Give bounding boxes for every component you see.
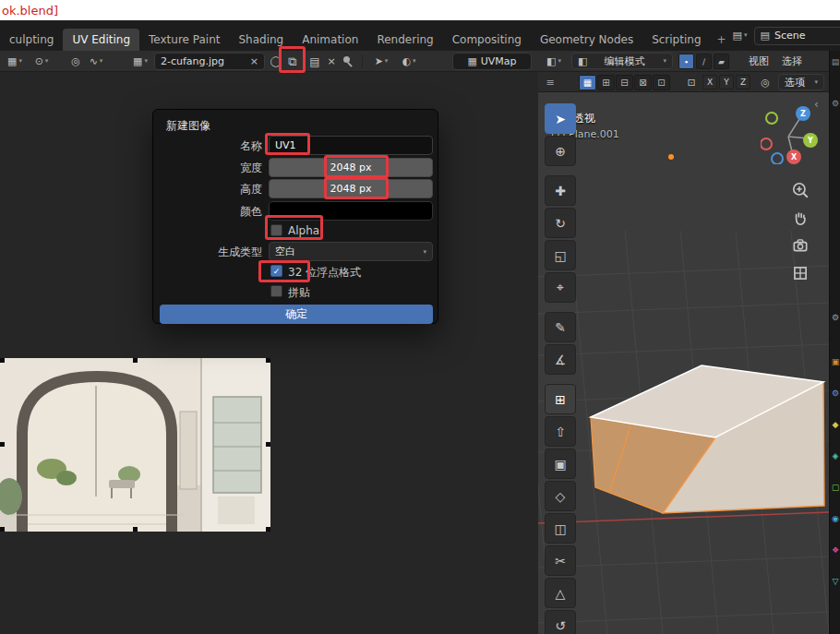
menu-select[interactable]: 选择 (782, 54, 802, 68)
tab-shading[interactable]: Shading (229, 29, 293, 51)
generated-type-dropdown[interactable]: 空白 ▾ (269, 242, 433, 261)
pan-hand-icon[interactable] (791, 209, 810, 227)
tool-move[interactable]: ✚ (545, 175, 576, 206)
mirror-x-button[interactable]: X (702, 75, 717, 90)
snap-icon[interactable]: ⊡ (684, 74, 699, 90)
gizmos-button[interactable]: ➤ ▾ (369, 53, 393, 70)
scene-3d[interactable] (538, 92, 829, 634)
color-swatch[interactable] (269, 201, 433, 221)
props-tab-icon[interactable]: ⚙ (831, 314, 840, 322)
camera-view-icon[interactable] (791, 236, 810, 255)
proportional-icon[interactable]: ◎ (758, 74, 773, 90)
props-tab-icon[interactable]: ⚙ (831, 389, 840, 398)
tool-annotate[interactable]: ✎ (545, 312, 576, 342)
zoom-icon[interactable] (791, 181, 810, 199)
image-name-field[interactable]: 2-cufang.jpg × (154, 53, 265, 70)
uvmap-selector[interactable]: ▦ UVMap (452, 53, 532, 70)
loop-cut-icon: ◫ (554, 521, 566, 536)
mode-selector[interactable]: ◧ 编辑模式 ▾ (571, 53, 673, 69)
editor-type-button[interactable]: ◧ ▾ (542, 53, 566, 69)
props-tab-icon[interactable]: ▢ (831, 484, 840, 492)
tab-texture-paint[interactable]: Texture Paint (139, 29, 229, 51)
props-tab-icon[interactable]: ▤ (831, 58, 840, 66)
proportional-editing-button[interactable]: ◎ (68, 53, 83, 70)
tool-extrude-region[interactable]: ⇧ (545, 416, 576, 447)
pin-icon (343, 56, 354, 66)
props-tab-icon[interactable]: ◉ (831, 515, 840, 523)
axis-z-label: Z (800, 110, 806, 118)
props-tab-icon[interactable]: ❖ (831, 546, 840, 555)
tiled-checkbox[interactable] (270, 285, 282, 297)
height-field[interactable]: 2048 px (269, 179, 433, 198)
navigation-gizmo[interactable]: Z Y X (761, 98, 820, 164)
tool-bevel[interactable]: ◇ (545, 481, 576, 511)
select-mode-edge[interactable]: ∕ (696, 54, 712, 69)
unlink-image-icon[interactable]: × (250, 56, 258, 66)
tool-measure[interactable]: ∡ (545, 344, 576, 375)
unlink-button[interactable]: × (325, 53, 338, 70)
props-tab-icon[interactable]: ◆ (831, 421, 840, 429)
options-dropdown[interactable]: 选项 ▾ (778, 74, 824, 90)
scene-name: Scene (774, 30, 806, 42)
tool-add-cube[interactable]: ⊞ (545, 384, 576, 414)
tool-poly-build[interactable]: △ (545, 578, 576, 608)
cursor-icon: ⊕ (555, 144, 566, 159)
tab-sculpting[interactable]: culpting (0, 29, 63, 51)
tab-geometry-nodes[interactable]: Geometry Nodes (531, 29, 642, 51)
open-image-button[interactable]: ▤ (306, 53, 323, 70)
select-mode-vertex[interactable]: ∙ (678, 54, 694, 69)
mirror-z-button[interactable]: Z (736, 75, 750, 90)
tool-knife[interactable]: ✂ (545, 545, 576, 576)
tab-animation[interactable]: Animation (293, 29, 367, 51)
fake-user-icon[interactable]: ◯ (270, 53, 282, 70)
ok-button[interactable]: 确定 (160, 305, 433, 324)
tool-transform[interactable]: ⌖ (545, 272, 576, 303)
tool-rotate[interactable]: ↻ (545, 208, 576, 238)
falloff-button[interactable]: ∿ ▾ (85, 53, 107, 70)
object-origin-dot (668, 154, 674, 160)
tool-loop-cut[interactable]: ◫ (545, 513, 576, 544)
new-image-button[interactable]: ⧉ (283, 53, 302, 70)
tab-compositing[interactable]: Compositing (443, 29, 531, 51)
props-tab-icon[interactable]: ◈ (831, 452, 840, 461)
spin-icon: ↺ (555, 618, 566, 633)
tool-spin[interactable]: ↺ (545, 610, 576, 634)
scene-selector[interactable]: ▤ Scene (754, 27, 840, 45)
select-mode-face[interactable]: ▰ (714, 54, 729, 69)
pivot-button[interactable]: ⊙ ▾ (30, 53, 53, 70)
float-checkbox[interactable]: ✓ (270, 265, 282, 277)
select-op-set[interactable]: ▦ (579, 75, 596, 90)
tool-cursor[interactable]: ⊕ (545, 136, 576, 166)
tab-uv-editing[interactable]: UV Editing (63, 29, 139, 51)
editor-type-button[interactable]: ▦ ▾ (3, 53, 27, 70)
toolbar-gap (545, 168, 576, 173)
add-workspace-button[interactable]: + (711, 29, 733, 51)
axis-label: Y (724, 78, 729, 87)
select-op-invert[interactable]: ⊠ (634, 75, 652, 90)
viewport-canvas[interactable]: 用户透视 (1) Plane.001 ‹ ➤ ⊕ ✚ ↻ ◱ ⌖ ✎ ∡ ⊞ ⇧… (538, 92, 829, 634)
select-op-extend[interactable]: ⊞ (597, 75, 615, 90)
pin-image-button[interactable] (342, 53, 354, 70)
op-icon: ⊞ (602, 78, 609, 88)
scene-browse-button[interactable]: ▤ ▾ (733, 30, 748, 41)
props-tab-icon[interactable]: ▽ (831, 578, 840, 586)
tool-select-box[interactable]: ➤ (545, 103, 576, 134)
tool-scale[interactable]: ◱ (545, 240, 576, 270)
browse-image-button[interactable]: ▦ ▾ (129, 53, 151, 70)
alpha-checkbox[interactable] (270, 224, 282, 236)
tab-rendering[interactable]: Rendering (367, 29, 442, 51)
viewport-toolbar: ➤ ⊕ ✚ ↻ ◱ ⌖ ✎ ∡ ⊞ ⇧ ▣ ◇ ◫ ✂ △ ↺ (545, 103, 576, 634)
props-tab-icon[interactable]: ▣ (831, 358, 840, 366)
select-op-intersect[interactable]: ⊡ (653, 75, 670, 90)
menu-view[interactable]: 视图 (749, 54, 769, 68)
select-op-subtract[interactable]: ⊟ (616, 75, 633, 90)
width-field[interactable]: 2048 px (269, 158, 433, 177)
orthographic-grid-icon[interactable] (791, 264, 810, 282)
props-tab-icon[interactable]: ⚙ (831, 100, 840, 108)
mirror-y-button[interactable]: Y (719, 75, 734, 90)
overlays-button[interactable]: ◐ ▾ (397, 53, 421, 70)
tool-inset-faces[interactable]: ▣ (545, 449, 576, 479)
uv-image-preview[interactable] (0, 358, 270, 532)
name-input[interactable]: UV1 (269, 136, 433, 155)
tab-scripting[interactable]: Scripting (642, 29, 710, 51)
